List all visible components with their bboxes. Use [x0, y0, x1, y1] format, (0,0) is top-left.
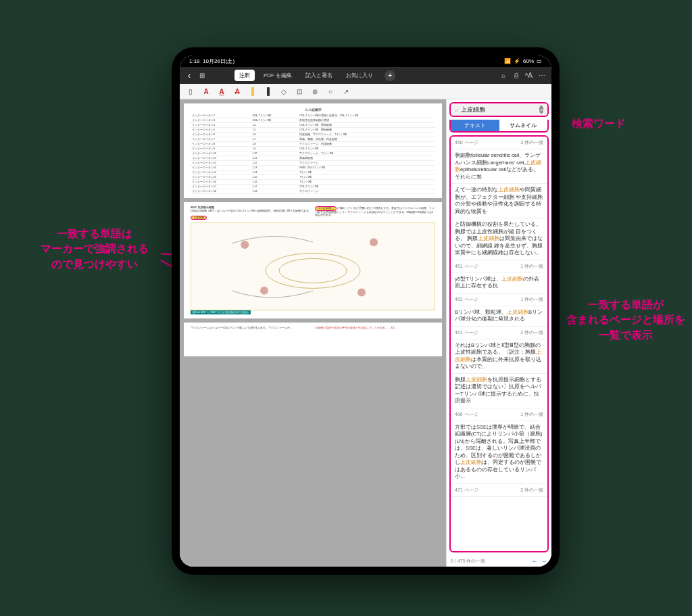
eraser-tool[interactable]: ◇	[278, 86, 289, 97]
search-segment: テキスト サムネイル	[449, 120, 549, 133]
battery-icon: ▭	[537, 58, 542, 64]
note-tool[interactable]: ⊜	[310, 86, 320, 97]
pdf-page-1: ロス組織学 インターロイキン2CD4+Tリンパ球CD4+Tリンパ球の増殖と活性化…	[184, 103, 442, 198]
annotation-left: 一致する単語は マーカーで強調される ので見つけやすい	[27, 227, 162, 272]
clear-search-button[interactable]: ×	[539, 105, 543, 114]
status-bar: 1:18 10月26日(土) 📶 ⚡ 60% ▭	[180, 55, 551, 67]
magnifier-icon: ⌕	[455, 107, 458, 113]
bookmark-icon[interactable]: ⎙	[512, 72, 520, 79]
text-a-red[interactable]: A	[201, 86, 212, 97]
interleukin-table: インターロイキン2CD4+Tリンパ球CD4+Tリンパ球の増殖と活性化、CD4+T…	[191, 114, 435, 194]
annotation-toolbar: ▯ A A A ◇ ⊡ ⊜ ○ ↗	[180, 84, 551, 99]
next-result-button[interactable]: →	[541, 557, 547, 565]
tab-favorites[interactable]: お気に入り	[341, 70, 378, 81]
svg-point-7	[357, 289, 366, 297]
screen: 1:18 10月26日(土) 📶 ⚡ 60% ▭ ‹ ⊞ 注釈 PDF を編集 …	[180, 55, 551, 567]
circle-tool[interactable]: ○	[325, 86, 336, 97]
search-sidebar: ⌕ × テキスト サムネイル 450 ページ3 件の一致状細胞follicula…	[446, 99, 551, 567]
add-tab-button[interactable]: +	[385, 70, 395, 81]
more-icon[interactable]: ⋯	[537, 72, 546, 79]
annotation-search-word: 検索ワード	[572, 116, 626, 131]
arrow-tool[interactable]: ↗	[341, 86, 351, 97]
tab-fill-sign[interactable]: 記入と署名	[301, 70, 337, 81]
text-box-tool[interactable]: ⊡	[294, 86, 305, 97]
top-toolbar: ‹ ⊞ 注釈 PDF を編集 記入と署名 お気に入り + ⌕ ⎙ ᴬA ⋯	[180, 67, 551, 84]
document-viewport[interactable]: ロス組織学 インターロイキン2CD4+Tリンパ球CD4+Tリンパ球の増殖と活性化…	[180, 99, 446, 567]
svg-point-3	[279, 259, 347, 283]
signal-icon: 📶	[504, 58, 511, 64]
svg-point-6	[260, 287, 268, 295]
segment-text[interactable]: テキスト	[451, 120, 499, 131]
search-field-wrapper: ⌕ ×	[449, 102, 549, 117]
text-size-icon[interactable]: ᴬA	[524, 72, 533, 79]
prev-result-button[interactable]: ←	[531, 557, 538, 565]
figure-diagram	[191, 222, 435, 310]
wifi-icon: ⚡	[514, 58, 520, 64]
tab-edit-pdf[interactable]: PDF を編集	[259, 70, 297, 81]
search-icon[interactable]: ⌕	[499, 72, 508, 79]
highlight-marker-1: ロス提細胞上	[315, 206, 337, 211]
pdf-page-3: マクロファージはヘルパーCD4+Tリンパ球により活性化される。マクロファージが……	[184, 323, 442, 356]
doc-title: ロス組織学	[191, 108, 435, 112]
segment-thumbnail[interactable]: サムネイル	[499, 120, 548, 131]
highlight-marker-2: 上皮細胞	[191, 216, 207, 220]
figure-caption: 図14-4 MHC I とMHC II による抗原提示の仕組み	[191, 310, 251, 314]
text-a-underline[interactable]: A	[216, 86, 227, 97]
annotation-results: 一致する単語が 含まれるページと場所を 一覧で表示	[565, 298, 687, 343]
search-results-list[interactable]: 450 ページ3 件の一致状細胞follicular dendritic cel…	[449, 135, 549, 552]
grid-icon[interactable]: ⊞	[197, 72, 206, 79]
pdf-page-2: 454 C. 抗原提示細胞 抗原提示細胞（APC）はヘルパー型の CD4+Tリン…	[184, 202, 442, 318]
svg-point-4	[241, 241, 249, 249]
results-footer: 6 / 475 件の一致 ← →	[447, 555, 551, 567]
highlighter-tool[interactable]	[263, 86, 274, 97]
ipad-frame: 1:18 10月26日(土) 📶 ⚡ 60% ▭ ‹ ⊞ 注釈 PDF を編集 …	[172, 47, 560, 575]
search-input[interactable]	[461, 106, 537, 113]
pen-tool[interactable]	[247, 86, 258, 97]
page-layout-icon[interactable]: ▯	[185, 86, 196, 97]
svg-point-5	[370, 238, 378, 246]
text-a-strike[interactable]: A	[232, 86, 243, 97]
tab-annotations[interactable]: 注釈	[234, 70, 255, 81]
back-button[interactable]: ‹	[185, 71, 193, 80]
